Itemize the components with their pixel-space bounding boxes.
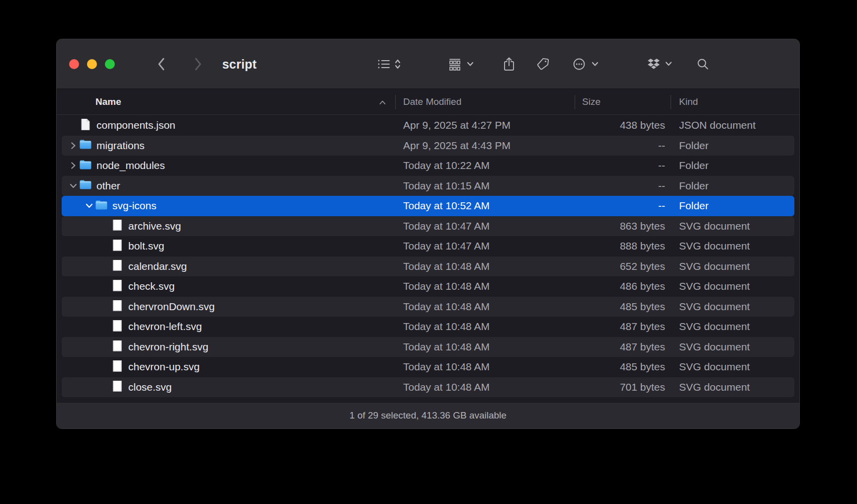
more-actions-button[interactable] [573, 58, 599, 71]
svg-document-icon [112, 320, 122, 333]
search-icon [696, 58, 709, 71]
file-icon [95, 199, 108, 212]
folder-icon [79, 179, 92, 192]
file-list: components.json Apr 9, 2025 at 4:27 PM 4… [57, 115, 799, 404]
table-row[interactable]: chevron-up.svg Today at 10:48 AM 485 byt… [62, 357, 794, 377]
back-button[interactable] [158, 57, 166, 71]
file-kind: SVG document [671, 220, 794, 232]
table-row[interactable]: check.svg Today at 10:48 AM 486 bytes SV… [62, 276, 794, 297]
search-button[interactable] [696, 58, 709, 71]
column-header-kind[interactable]: Kind [671, 89, 794, 114]
table-row[interactable]: migrations Apr 9, 2025 at 4:43 PM -- Fol… [62, 136, 794, 156]
list-view-icon [377, 58, 390, 70]
table-row[interactable]: chevron-right.svg Today at 10:48 AM 487 … [62, 337, 794, 357]
group-by-button[interactable] [448, 58, 474, 71]
zoom-window-button[interactable] [105, 59, 115, 69]
file-date-modified: Today at 10:48 AM [395, 301, 575, 313]
file-size: 863 bytes [575, 220, 671, 232]
file-date-modified: Today at 10:48 AM [395, 341, 575, 353]
table-row[interactable]: bolt.svg Today at 10:47 AM 888 bytes SVG… [62, 236, 794, 256]
folder-icon [79, 139, 92, 152]
file-date-modified: Today at 10:48 AM [395, 260, 575, 272]
table-row[interactable]: other Today at 10:15 AM -- Folder [62, 176, 794, 196]
file-date-modified: Today at 10:47 AM [395, 240, 575, 252]
svg-document-icon [112, 340, 122, 353]
chevron-left-icon [158, 57, 166, 71]
file-size: 487 bytes [575, 341, 671, 353]
table-row[interactable]: close.svg Today at 10:48 AM 701 bytes SV… [62, 377, 794, 398]
status-text: 1 of 29 selected, 413.36 GB available [349, 410, 507, 421]
file-icon [111, 280, 124, 293]
table-row[interactable]: chevron-left.svg Today at 10:48 AM 487 b… [62, 317, 794, 337]
disclosure-triangle-icon[interactable] [69, 141, 78, 150]
table-row[interactable]: components.json Apr 9, 2025 at 4:27 PM 4… [62, 115, 794, 136]
chevron-down-icon [665, 62, 672, 67]
sort-ascending-icon [379, 96, 386, 107]
file-kind: SVG document [671, 301, 794, 313]
table-row[interactable]: svg-icons Today at 10:52 AM -- Folder [62, 196, 794, 216]
file-date-modified: Today at 10:47 AM [395, 220, 575, 232]
file-date-modified: Today at 10:48 AM [395, 381, 575, 393]
column-header-size[interactable]: Size [575, 89, 671, 114]
file-icon [111, 300, 124, 313]
file-icon [79, 139, 92, 152]
table-row[interactable]: archive.svg Today at 10:47 AM 863 bytes … [62, 216, 794, 237]
file-kind: Folder [671, 180, 794, 192]
file-name: chervronDown.svg [128, 301, 215, 313]
file-size: -- [575, 180, 671, 192]
file-date-modified: Apr 9, 2025 at 4:27 PM [395, 119, 575, 131]
share-icon [503, 57, 515, 72]
group-view-icon [448, 58, 462, 71]
chevron-down-icon [592, 62, 599, 67]
file-icon [111, 260, 124, 273]
chevron-right-icon [194, 57, 202, 71]
file-date-modified: Today at 10:48 AM [395, 280, 575, 292]
folder-icon [79, 159, 92, 172]
table-row[interactable]: node_modules Today at 10:22 AM -- Folder [62, 156, 794, 176]
view-as-list-button[interactable] [377, 58, 401, 71]
window-title: script [222, 57, 257, 71]
svg-document-icon [112, 381, 122, 394]
file-kind: SVG document [671, 341, 794, 353]
toolbar: script [57, 39, 799, 89]
table-row[interactable]: chervronDown.svg Today at 10:48 AM 485 b… [62, 297, 794, 317]
file-size: -- [575, 200, 671, 212]
column-headers: Name Date Modified Size Kind [57, 89, 799, 115]
file-kind: SVG document [671, 240, 794, 252]
table-row[interactable]: calendar.svg Today at 10:48 AM 652 bytes… [62, 256, 794, 277]
disclosure-triangle-icon[interactable] [69, 161, 78, 170]
file-kind: SVG document [671, 321, 794, 333]
file-name: components.json [96, 119, 175, 131]
up-down-chevrons-icon [394, 58, 401, 71]
svg-document-icon [112, 300, 122, 313]
file-icon [111, 340, 124, 353]
dropbox-button[interactable] [647, 58, 672, 70]
minimize-window-button[interactable] [87, 59, 97, 69]
file-name: archive.svg [128, 220, 181, 232]
folder-icon [95, 199, 108, 212]
close-window-button[interactable] [69, 59, 79, 69]
file-name: close.svg [128, 381, 172, 393]
file-size: 485 bytes [575, 361, 671, 373]
file-size: 888 bytes [575, 240, 671, 252]
forward-button[interactable] [194, 57, 202, 71]
file-date-modified: Today at 10:48 AM [395, 321, 575, 333]
file-date-modified: Apr 9, 2025 at 4:43 PM [395, 140, 575, 152]
file-name: chevron-left.svg [128, 321, 202, 333]
file-name: chevron-right.svg [128, 341, 208, 353]
file-size: 438 bytes [575, 119, 671, 131]
finder-window: script [56, 39, 800, 429]
disclosure-triangle-icon[interactable] [69, 181, 78, 190]
file-date-modified: Today at 10:52 AM [395, 200, 575, 212]
share-button[interactable] [503, 57, 515, 72]
column-header-name[interactable]: Name [62, 89, 395, 114]
tag-button[interactable] [536, 57, 550, 71]
tag-icon [536, 57, 550, 71]
column-header-date-modified[interactable]: Date Modified [395, 89, 575, 114]
disclosure-triangle-icon[interactable] [85, 201, 93, 210]
file-date-modified: Today at 10:48 AM [395, 361, 575, 373]
file-date-modified: Today at 10:22 AM [395, 160, 575, 171]
file-icon [111, 240, 124, 252]
svg-document-icon [112, 260, 122, 273]
file-date-modified: Today at 10:15 AM [395, 180, 575, 192]
